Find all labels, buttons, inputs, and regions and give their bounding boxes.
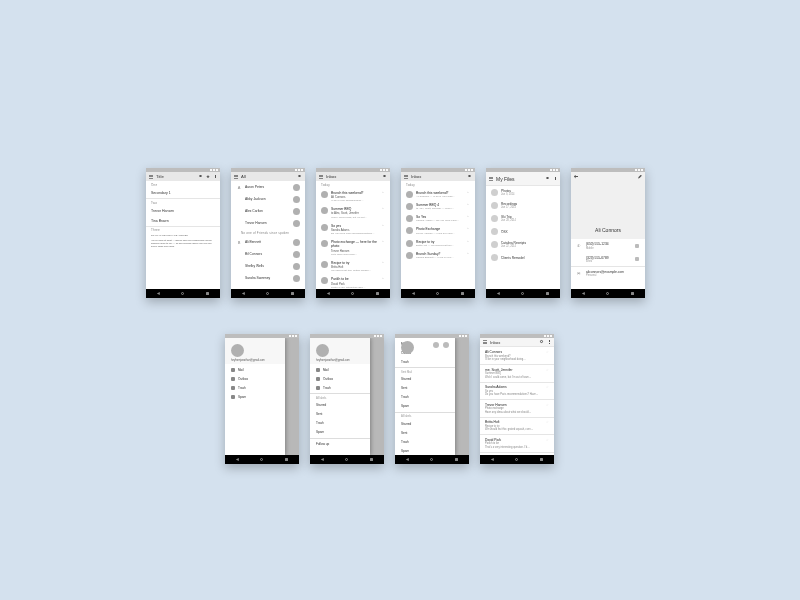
email-item[interactable]: Summer BBQ 4to Alex, Scott, Jennifer — W… — [401, 200, 475, 212]
file-category[interactable]: OSX — [486, 225, 560, 238]
star-icon[interactable]: ☆ — [467, 240, 469, 243]
file-category[interactable]: Ski TripJan 28, 2014 — [486, 212, 560, 225]
file-category[interactable]: PhotosJan 9, 2014 — [486, 186, 560, 199]
phone-row[interactable]: ✆ (650) 555-1234Mobile — [571, 239, 645, 253]
recents-icon[interactable] — [291, 292, 294, 295]
search-icon[interactable] — [540, 340, 544, 344]
drawer-item[interactable]: Starred — [310, 401, 370, 410]
more-icon[interactable] — [553, 177, 557, 181]
home-icon[interactable] — [521, 292, 524, 295]
email-row[interactable]: ✉ aliconnors@example.comPersonal — [571, 267, 645, 281]
recents-icon[interactable] — [631, 292, 634, 295]
email-item[interactable]: Recipe to tryBritta HoltWe should eat th… — [316, 258, 390, 275]
star-icon[interactable]: ☆ — [546, 403, 549, 407]
star-icon[interactable]: ☆ — [467, 191, 469, 194]
star-icon[interactable]: ☆ — [382, 207, 384, 210]
star-icon[interactable]: ☆ — [382, 277, 384, 280]
email-item[interactable]: So YesSandra Adams — Do you have Paris… … — [401, 213, 475, 225]
thread-item[interactable]: David ParkParikh to beThat's a very inte… — [480, 435, 554, 452]
star-icon[interactable] — [206, 175, 210, 179]
back-icon[interactable] — [406, 458, 409, 461]
drawer-item[interactable]: Follow up — [310, 439, 370, 448]
list-item[interactable]: Tina Brown — [146, 216, 220, 226]
home-icon[interactable] — [351, 292, 354, 295]
menu-icon[interactable] — [319, 175, 323, 179]
contact-item[interactable]: Abby Jackson — [231, 193, 305, 205]
search-icon[interactable] — [298, 175, 302, 179]
drawer-item[interactable]: Starred — [395, 419, 455, 428]
search-icon[interactable] — [468, 175, 472, 179]
phone-row[interactable]: (323) 555-6789Work — [571, 253, 645, 267]
file-category[interactable]: Clients Remodel — [486, 251, 560, 264]
drawer-item[interactable]: Outbox — [310, 374, 370, 383]
home-icon[interactable] — [436, 292, 439, 295]
drawer-item[interactable]: Spam — [395, 402, 455, 411]
email-item[interactable]: Summer BBQto Alex, Scott, JenniferWish I… — [316, 205, 390, 222]
email-item[interactable]: Brunch this weekend?Ali ConnorsI'll be i… — [316, 188, 390, 205]
recents-icon[interactable] — [370, 458, 373, 461]
drawer-item[interactable]: Starred — [395, 375, 455, 384]
list-item[interactable]: Secondary 1 — [146, 188, 220, 198]
home-icon[interactable] — [606, 292, 609, 295]
drawer-item[interactable]: Sent — [395, 384, 455, 393]
star-icon[interactable]: ☆ — [467, 215, 469, 218]
back-icon[interactable] — [327, 292, 330, 295]
drawer-header[interactable]: heyfromjonathan@gmail.com — [225, 338, 285, 364]
recents-icon[interactable] — [285, 458, 288, 461]
star-icon[interactable]: ☆ — [546, 385, 549, 389]
drawer-item[interactable]: Outbox — [225, 374, 285, 383]
back-icon[interactable] — [582, 292, 585, 295]
file-category[interactable]: RecordingsJan 17, 2014 — [486, 199, 560, 212]
contact-item[interactable]: Sandra Sweeney — [231, 272, 305, 284]
menu-icon[interactable] — [404, 175, 408, 179]
home-icon[interactable] — [260, 458, 263, 461]
drawer-item[interactable]: Trash — [310, 383, 370, 392]
back-icon[interactable] — [574, 175, 578, 179]
more-icon[interactable] — [213, 175, 217, 179]
thread-item[interactable]: Ali ConnorsBrunch this weekend?I'll be i… — [480, 347, 554, 364]
star-icon[interactable]: ☆ — [546, 368, 549, 372]
drawer-item[interactable]: Spam — [225, 392, 285, 401]
recents-icon[interactable] — [376, 292, 379, 295]
star-icon[interactable]: ☆ — [467, 252, 469, 255]
contact-item[interactable]: Trevor Hansen — [231, 217, 305, 229]
recents-icon[interactable] — [206, 292, 209, 295]
contact-item[interactable]: BAli Bennett — [231, 236, 305, 248]
back-icon[interactable] — [236, 458, 239, 461]
star-icon[interactable]: ☆ — [382, 261, 384, 264]
recents-icon[interactable] — [540, 458, 543, 461]
home-icon[interactable] — [345, 458, 348, 461]
email-item[interactable]: So yesSandra AdamsDo you have Paris reco… — [316, 221, 390, 238]
list-item[interactable]: Trevor Hansen — [146, 206, 220, 216]
contact-item[interactable]: Shelby Wells — [231, 260, 305, 272]
star-icon[interactable]: ☆ — [467, 227, 469, 230]
home-icon[interactable] — [266, 292, 269, 295]
star-icon[interactable]: ☆ — [546, 438, 549, 442]
star-icon[interactable]: ☆ — [546, 420, 549, 424]
account-avatar[interactable] — [231, 344, 244, 357]
star-icon[interactable]: ☆ — [382, 224, 384, 227]
drawer-item[interactable]: Sent — [395, 428, 455, 437]
star-icon[interactable]: ☆ — [546, 350, 549, 354]
back-icon[interactable] — [321, 458, 324, 461]
account-avatar[interactable] — [316, 344, 329, 357]
drawer-item[interactable]: Sent — [310, 410, 370, 419]
menu-icon[interactable] — [149, 175, 153, 179]
back-icon[interactable] — [412, 292, 415, 295]
drawer-item[interactable]: Trash — [395, 357, 455, 366]
secondary-account-avatar[interactable] — [443, 342, 449, 348]
drawer-item[interactable]: Mail — [225, 365, 285, 374]
edit-icon[interactable] — [638, 175, 642, 179]
scrim[interactable] — [285, 338, 299, 455]
contact-item[interactable]: AAaron Peters — [231, 181, 305, 193]
search-icon[interactable] — [546, 177, 550, 181]
account-avatar[interactable] — [401, 341, 414, 354]
email-item[interactable]: Photo ExchangeTrevor Hansen — Have any i… — [401, 225, 475, 237]
drawer-header[interactable]: heyfromjonathan@gmail.com — [310, 338, 370, 364]
email-item[interactable]: Photo exchange — here for the photoTrevo… — [316, 238, 390, 259]
secondary-account-avatar[interactable] — [433, 342, 439, 348]
drawer-item[interactable]: Trash — [395, 393, 455, 402]
thread-item[interactable]: Britta HoltRecipe to tryWe should eat th… — [480, 417, 554, 434]
contact-item[interactable]: Alex Carlton — [231, 205, 305, 217]
email-item[interactable]: Brunch Sunday?Sandra Bennett — I'll be i… — [401, 249, 475, 261]
